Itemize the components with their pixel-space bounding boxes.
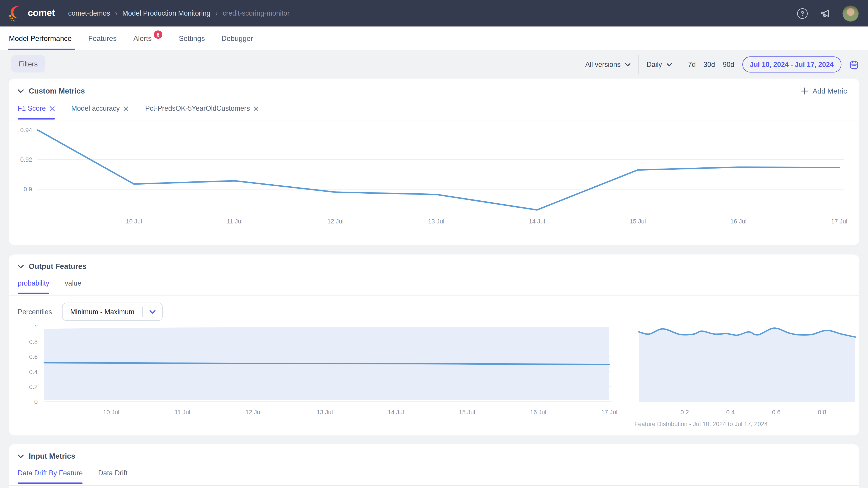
topbar: comet comet-demos›Model Production Monit…	[0, 0, 868, 27]
feature-distribution-chart: 0.20.40.60.8	[627, 322, 868, 422]
input-metrics-card: Input Metrics Data Drift By FeatureData …	[9, 445, 859, 488]
svg-text:11 Jul: 11 Jul	[227, 218, 243, 225]
user-avatar[interactable]	[842, 5, 859, 21]
quick-range-group: 7d30d90d	[688, 61, 735, 68]
close-icon[interactable]	[124, 106, 129, 111]
add-metric-button[interactable]: Add Metric	[798, 86, 850, 96]
tab-alerts[interactable]: Alerts6	[133, 27, 162, 51]
percentiles-value: Minimum - Maximum	[62, 308, 142, 316]
svg-text:12 Jul: 12 Jul	[327, 218, 344, 225]
metric-tab-pct-predsok-5yearoldcustomers[interactable]: Pct-PredsOK-5YearOldCustomers	[145, 105, 259, 119]
svg-text:14 Jul: 14 Jul	[529, 218, 545, 225]
divider	[680, 55, 680, 74]
tab-label: Alerts	[133, 34, 152, 43]
svg-text:13 Jul: 13 Jul	[317, 409, 333, 416]
app: comet comet-demos›Model Production Monit…	[0, 0, 868, 488]
svg-text:16 Jul: 16 Jul	[530, 409, 546, 416]
percentiles-row: Percentiles Minimum - Maximum	[18, 303, 850, 321]
calendar-icon[interactable]	[849, 59, 859, 69]
logo-wordmark: comet	[28, 8, 55, 19]
breadcrumb-separator: ›	[215, 9, 218, 17]
tab-label: value	[65, 280, 81, 287]
svg-text:10 Jul: 10 Jul	[103, 409, 119, 416]
tab-label: F1 Score	[18, 105, 46, 112]
tab-debugger[interactable]: Debugger	[221, 27, 253, 51]
filter-bar: Filters All versions Daily 7d30d90d Jul …	[0, 51, 868, 78]
filter-controls: All versions Daily 7d30d90d Jul 10, 2024…	[585, 51, 859, 78]
chevron-down-icon	[625, 63, 630, 66]
probability-percentile-band-chart: 10.80.60.40.2010 Jul11 Jul12 Jul13 Jul14…	[18, 322, 627, 422]
tab-features[interactable]: Features	[88, 27, 117, 51]
svg-text:11 Jul: 11 Jul	[175, 409, 190, 416]
svg-text:0.94: 0.94	[20, 127, 32, 133]
chevron-down-icon	[18, 89, 24, 93]
svg-text:17 Jul: 17 Jul	[831, 218, 847, 225]
comet-logo-icon	[7, 3, 23, 23]
svg-text:0.92: 0.92	[20, 156, 32, 163]
granularity-dropdown[interactable]: Daily	[647, 61, 672, 68]
tab-model-performance[interactable]: Model Performance	[9, 27, 72, 51]
breadcrumb-item-model-production-monitoring[interactable]: Model Production Monitoring	[122, 9, 211, 17]
tab-label: Model Performance	[9, 34, 72, 43]
quick-range-7d[interactable]: 7d	[688, 61, 696, 68]
help-icon[interactable]: ?	[797, 8, 808, 19]
date-range-button[interactable]: Jul 10, 2024 - Jul 17, 2024	[742, 57, 842, 72]
tab-label: Data Drift	[98, 469, 127, 477]
svg-text:0.4: 0.4	[29, 369, 37, 376]
section-input-metrics-toggle[interactable]: Input Metrics	[18, 452, 75, 460]
quick-range-30d[interactable]: 30d	[704, 61, 715, 68]
section-title: Output Features	[29, 262, 86, 271]
svg-text:14 Jul: 14 Jul	[388, 409, 404, 416]
divider	[142, 306, 143, 317]
svg-text:12 Jul: 12 Jul	[246, 409, 262, 416]
chevron-down-icon	[666, 63, 672, 66]
chevron-down-icon	[18, 265, 24, 268]
f1-score-line-chart: 0.940.920.910 Jul11 Jul12 Jul13 Jul14 Ju…	[9, 122, 859, 232]
versions-value: All versions	[585, 61, 621, 68]
chevron-down-icon	[18, 454, 24, 458]
svg-text:1: 1	[34, 324, 38, 330]
metric-tabs: F1 ScoreModel accuracyPct-PredsOK-5YearO…	[9, 105, 859, 121]
section-custom-metrics-toggle[interactable]: Custom Metrics	[18, 87, 85, 95]
metric-tab-model-accuracy[interactable]: Model accuracy	[71, 105, 129, 119]
divider	[638, 55, 639, 74]
tab-label: Pct-PredsOK-5YearOldCustomers	[145, 105, 250, 112]
percentiles-select[interactable]: Minimum - Maximum	[62, 303, 163, 321]
tab-label: Debugger	[221, 34, 253, 43]
close-icon[interactable]	[50, 106, 55, 111]
distribution-caption: Feature Distribution - Jul 10, 2024 to J…	[634, 420, 768, 427]
custom-metrics-card: Custom Metrics Add Metric F1 ScoreModel …	[9, 78, 859, 245]
svg-text:15 Jul: 15 Jul	[629, 218, 646, 225]
output-features-card: Output Features probabilityvalue Percent…	[9, 255, 859, 435]
svg-text:0.8: 0.8	[29, 339, 37, 346]
metric-tab-f1-score[interactable]: F1 Score	[18, 105, 55, 119]
comet-logo[interactable]: comet	[7, 3, 55, 23]
svg-text:0.6: 0.6	[772, 409, 780, 416]
feature-tab-value[interactable]: value	[65, 280, 81, 294]
filters-button[interactable]: Filters	[11, 55, 45, 72]
svg-text:15 Jul: 15 Jul	[459, 409, 475, 416]
output-feature-tabs: probabilityvalue	[9, 280, 859, 296]
breadcrumb-separator: ›	[115, 9, 117, 17]
tab-label: Settings	[179, 34, 205, 43]
tab-settings[interactable]: Settings	[179, 27, 205, 51]
breadcrumb-item-comet-demos[interactable]: comet-demos	[68, 9, 110, 17]
granularity-value: Daily	[647, 61, 662, 68]
announcements-megaphone-icon[interactable]	[819, 7, 831, 19]
breadcrumb-item-credit-scoring-monitor: credit-scoring-monitor	[223, 9, 289, 17]
close-icon[interactable]	[254, 106, 259, 111]
section-title: Input Metrics	[29, 452, 75, 460]
input-tab-data-drift[interactable]: Data Drift	[98, 469, 127, 484]
tab-label: Model accuracy	[71, 105, 120, 112]
input-tab-data-drift-by-feature[interactable]: Data Drift By Feature	[18, 469, 83, 484]
quick-range-90d[interactable]: 90d	[723, 61, 734, 68]
svg-text:0: 0	[34, 398, 38, 405]
svg-text:10 Jul: 10 Jul	[126, 218, 142, 225]
versions-dropdown[interactable]: All versions	[585, 61, 631, 68]
svg-text:16 Jul: 16 Jul	[730, 218, 747, 225]
feature-tab-probability[interactable]: probability	[18, 280, 49, 294]
svg-text:0.8: 0.8	[818, 409, 826, 416]
svg-text:0.6: 0.6	[29, 354, 37, 360]
svg-text:0.4: 0.4	[726, 409, 735, 416]
section-output-features-toggle[interactable]: Output Features	[18, 262, 86, 271]
